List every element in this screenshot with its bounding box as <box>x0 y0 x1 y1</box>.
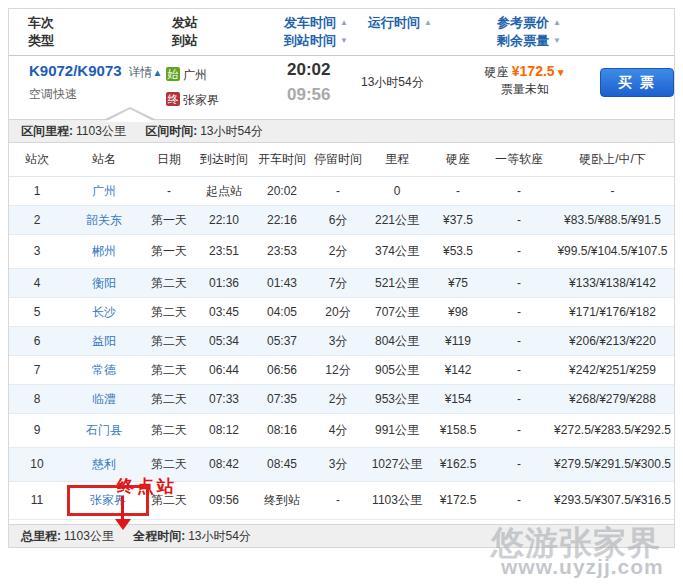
buy-ticket-button[interactable]: 买 票 <box>600 68 674 97</box>
cell: 4分 <box>311 414 365 448</box>
destination-station: 张家界 <box>183 93 219 107</box>
cell: - <box>487 356 551 385</box>
station-link[interactable]: 郴州 <box>92 244 116 258</box>
cell: - <box>487 206 551 235</box>
cell: ¥206/​¥213/​¥220 <box>551 327 674 356</box>
cell: 1 <box>9 177 65 206</box>
cell: 23:53 <box>253 235 311 269</box>
cell: ¥37.5 <box>429 206 487 235</box>
cell: 08:45 <box>253 448 311 482</box>
cell: 起点站 <box>195 177 253 206</box>
sort-depart-label[interactable]: 发车时间 <box>284 15 336 30</box>
cell: 3分 <box>311 448 365 482</box>
cell: 2分 <box>311 235 365 269</box>
table-row: 7常德第二天06:4406:5612分905公里¥142-¥242/​¥251/… <box>9 356 674 385</box>
col-from-label: 发站 <box>172 14 198 32</box>
cell: ¥133/​¥138/​¥142 <box>551 269 674 298</box>
cell: ¥119 <box>429 327 487 356</box>
station-link[interactable]: 广州 <box>92 184 116 198</box>
cell: 7 <box>9 356 65 385</box>
cell: - <box>487 327 551 356</box>
table-row: 2韶关东第一天22:1022:166分221公里¥37.5-¥83.5/​¥88… <box>9 206 674 235</box>
table-row: 11张家界第二天09:56终到站-1103公里¥172.5-¥293.5/​¥3… <box>9 482 674 520</box>
col-to-label: 到站 <box>172 32 198 50</box>
table-row: 1广州-起点站20:02-0--- <box>9 177 674 206</box>
col-type-label: 类型 <box>28 32 54 50</box>
detail-toggle-link[interactable]: 详情▲ <box>129 65 163 79</box>
col-train-type: 车次 类型 <box>28 14 54 50</box>
cell: 1103公里 <box>365 482 429 520</box>
cell: 09:56 <box>195 482 253 520</box>
cell: ¥158.5 <box>429 414 487 448</box>
seat-type-label: 硬座 <box>484 65 508 79</box>
origin-badge-icon: 始 <box>166 67 180 81</box>
station-cell: 韶关东 <box>65 206 143 235</box>
cell: 3分 <box>311 327 365 356</box>
station-link[interactable]: 衡阳 <box>92 276 116 290</box>
section-time-value: 13小时54分 <box>200 124 263 138</box>
price-block: 硬座 ¥172.5▼ 票量未知 <box>470 63 580 98</box>
collapse-arrow-icon[interactable]: ▲ <box>153 67 163 78</box>
cell: 22:10 <box>195 206 253 235</box>
table-row: 3郴州第一天23:5123:532分374公里¥53.5-¥99.5/​¥104… <box>9 235 674 269</box>
station-link[interactable]: 临澧 <box>92 392 116 406</box>
annotation-arrowhead-icon <box>115 519 131 530</box>
sort-remaining-label[interactable]: 剩余票量 <box>497 33 549 48</box>
cell: 6 <box>9 327 65 356</box>
header-hard-sleeper: 硬卧上/中/下 <box>551 143 674 177</box>
reference-price: ¥172.5 <box>512 63 555 79</box>
table-row: 10慈利第二天08:4208:453分1027公里¥162.5-¥279.5/​… <box>9 448 674 482</box>
cell: 第一天 <box>143 206 195 235</box>
sort-up-icon[interactable]: ▲ <box>424 18 432 27</box>
sort-down-icon[interactable]: ▼ <box>340 36 348 45</box>
header-arrive: 到达时间 <box>195 143 253 177</box>
sort-up-icon[interactable]: ▲ <box>340 18 348 27</box>
station-link[interactable]: 石门县 <box>86 423 122 437</box>
cell: 12分 <box>311 356 365 385</box>
cell: ¥293.5/​¥307.5/​¥316.5 <box>551 482 674 520</box>
sort-down-icon[interactable]: ▼ <box>553 36 561 45</box>
cell: 第一天 <box>143 235 195 269</box>
station-cell: 长沙 <box>65 298 143 327</box>
result-list-header: 车次 类型 发站 到站 发车时间▲ 到站时间▼ 运行时间▲ 参考票价▲ 剩余票量… <box>9 9 674 56</box>
table-row: 5长沙第二天03:4504:0520分707公里¥98-¥171/​¥176/​… <box>9 298 674 327</box>
sort-duration-column[interactable]: 运行时间▲ <box>368 14 432 32</box>
cell: 3 <box>9 235 65 269</box>
cell: 9 <box>9 414 65 448</box>
callout-notch-icon <box>105 109 155 122</box>
header-date: 日期 <box>143 143 195 177</box>
cell: 2 <box>9 206 65 235</box>
cell: 第二天 <box>143 414 195 448</box>
station-link[interactable]: 慈利 <box>92 457 116 471</box>
cell: - <box>487 448 551 482</box>
sort-price-label[interactable]: 参考票价 <box>497 15 549 30</box>
cell: 8 <box>9 385 65 414</box>
header-hard-seat: 硬座 <box>429 143 487 177</box>
run-duration: 13小时54分 <box>361 74 424 91</box>
header-depart: 开车时间 <box>253 143 311 177</box>
sort-duration-label[interactable]: 运行时间 <box>368 15 420 30</box>
cell: 05:37 <box>253 327 311 356</box>
sort-arrive-label[interactable]: 到站时间 <box>284 33 336 48</box>
watermark-url: www.uyzjj.com <box>501 555 664 579</box>
station-link[interactable]: 长沙 <box>92 305 116 319</box>
station-link[interactable]: 韶关东 <box>86 213 122 227</box>
cell: ¥154 <box>429 385 487 414</box>
cell: 23:51 <box>195 235 253 269</box>
cell: - <box>311 177 365 206</box>
ticket-status: 票量未知 <box>470 81 580 98</box>
cell: 07:35 <box>253 385 311 414</box>
total-mileage-label: 总里程: <box>21 529 61 543</box>
cell: 221公里 <box>365 206 429 235</box>
cell: 22:16 <box>253 206 311 235</box>
sort-price-column[interactable]: 参考票价▲ 剩余票量▼ <box>497 14 561 50</box>
stops-table-header: 站次 站名 日期 到达时间 开车时间 停留时间 里程 硬座 一等软座 硬卧上/中… <box>9 143 674 177</box>
station-cell: 衡阳 <box>65 269 143 298</box>
cell: 08:16 <box>253 414 311 448</box>
station-link[interactable]: 益阳 <box>92 334 116 348</box>
cell: 804公里 <box>365 327 429 356</box>
sort-times-column[interactable]: 发车时间▲ 到站时间▼ <box>284 14 348 50</box>
destination-badge-icon: 终 <box>166 92 180 106</box>
sort-up-icon[interactable]: ▲ <box>553 18 561 27</box>
station-link[interactable]: 常德 <box>92 363 116 377</box>
